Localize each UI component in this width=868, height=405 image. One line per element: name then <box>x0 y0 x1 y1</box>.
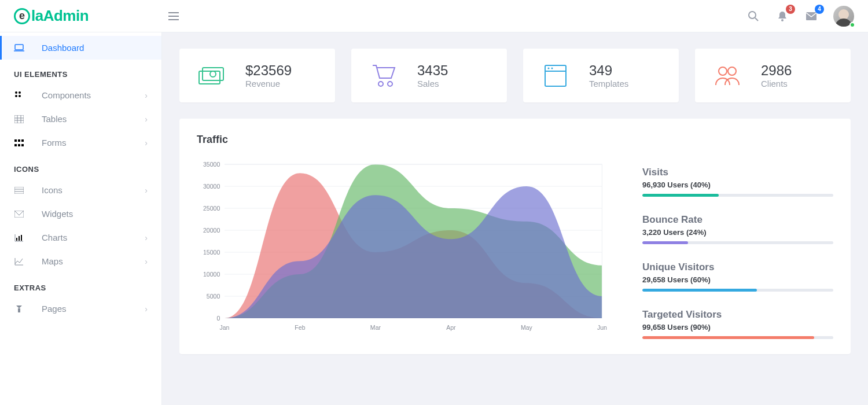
svg-point-7 <box>19 95 21 97</box>
notification-badge: 3 <box>786 5 795 14</box>
svg-rect-17 <box>16 238 17 241</box>
menu-toggle-icon[interactable] <box>162 5 185 28</box>
stat-card-templates: 349Templates <box>523 49 679 102</box>
revenue-icon <box>193 66 230 86</box>
progress-fill <box>642 194 719 197</box>
chevron-right-icon: › <box>145 257 148 266</box>
svg-point-0 <box>749 12 756 19</box>
icons-icon <box>14 187 24 194</box>
sidebar-item-label: Icons <box>42 185 127 195</box>
progress-track <box>642 289 833 292</box>
charts-icon <box>14 234 24 242</box>
svg-point-25 <box>388 82 392 86</box>
svg-rect-2 <box>806 12 816 20</box>
traffic-metrics: Visits96,930 Users (40%)Bounce Rate3,220… <box>642 159 833 339</box>
svg-point-23 <box>210 71 216 77</box>
svg-point-29 <box>719 67 727 75</box>
sidebar-item-label: Charts <box>42 233 127 242</box>
svg-rect-18 <box>19 236 20 241</box>
svg-rect-11 <box>21 139 24 142</box>
chevron-right-icon: › <box>145 233 148 242</box>
bell-icon[interactable]: 3 <box>775 9 789 23</box>
svg-point-24 <box>378 82 383 86</box>
svg-text:35000: 35000 <box>203 161 220 168</box>
svg-text:20000: 20000 <box>203 227 220 234</box>
progress-track <box>642 194 833 197</box>
stat-value: 349 <box>589 62 628 79</box>
metric-subtitle: 96,930 Users (40%) <box>642 181 833 189</box>
svg-rect-13 <box>18 144 20 146</box>
svg-point-30 <box>728 67 736 75</box>
svg-text:May: May <box>521 324 533 331</box>
metric-subtitle: 99,658 Users (90%) <box>642 323 833 332</box>
sidebar-section-header: EXTRAS <box>0 273 161 297</box>
svg-text:Jan: Jan <box>219 324 229 331</box>
svg-rect-14 <box>21 144 24 146</box>
svg-text:30000: 30000 <box>203 183 220 190</box>
metric-bounce-rate: Bounce Rate3,220 Users (24%) <box>642 214 833 244</box>
sidebar-item-maps[interactable]: Maps› <box>0 249 161 273</box>
metric-title: Visits <box>642 167 833 178</box>
metric-visits: Visits96,930 Users (40%) <box>642 167 833 197</box>
svg-text:10000: 10000 <box>203 271 220 278</box>
sidebar-item-components[interactable]: Components› <box>0 83 161 107</box>
sidebar-item-tables[interactable]: Tables› <box>0 107 161 131</box>
stat-label: Sales <box>417 79 448 89</box>
progress-fill <box>642 289 757 292</box>
sidebar-item-label: Forms <box>42 138 127 148</box>
svg-rect-10 <box>18 139 20 142</box>
sidebar-item-dashboard[interactable]: Dashboard <box>0 36 161 60</box>
sidebar-item-label: Maps <box>42 256 127 266</box>
logo-mark: e <box>14 8 30 24</box>
svg-point-6 <box>15 95 17 97</box>
sidebar-item-charts[interactable]: Charts› <box>0 226 161 249</box>
mail-badge: 4 <box>815 5 824 14</box>
sidebar-item-widgets[interactable]: Widgets <box>0 202 161 226</box>
stat-card-revenue: $23569Revenue <box>179 49 335 102</box>
metric-title: Targeted Visitors <box>642 309 833 321</box>
svg-text:15000: 15000 <box>203 249 220 256</box>
sidebar-item-label: Components <box>42 90 127 100</box>
stat-card-clients: 2986Clients <box>695 49 851 102</box>
progress-track <box>642 336 833 339</box>
svg-point-4 <box>15 91 17 94</box>
stat-value: 3435 <box>417 62 448 79</box>
sidebar-item-pages[interactable]: Pages› <box>0 297 161 321</box>
stat-label: Revenue <box>245 79 292 89</box>
svg-rect-8 <box>14 115 24 123</box>
svg-text:25000: 25000 <box>203 205 220 212</box>
svg-rect-19 <box>21 235 22 241</box>
svg-rect-12 <box>14 144 17 146</box>
panel-title: Traffic <box>197 134 833 146</box>
chevron-right-icon: › <box>145 138 148 148</box>
templates-icon <box>537 64 574 87</box>
mail-icon[interactable]: 4 <box>804 9 818 23</box>
chevron-right-icon: › <box>145 186 148 195</box>
chevron-right-icon: › <box>145 304 148 314</box>
progress-fill <box>642 336 814 339</box>
sidebar-item-label: Dashboard <box>42 43 148 53</box>
sidebar-item-icons[interactable]: Icons› <box>0 178 161 202</box>
svg-text:Feb: Feb <box>295 324 305 331</box>
presence-dot <box>849 22 855 28</box>
sidebar-section-header: UI ELEMENTS <box>0 60 161 83</box>
stat-card-sales: 3435Sales <box>351 49 507 102</box>
traffic-panel: Traffic 05000100001500020000250003000035… <box>179 119 851 354</box>
sidebar-item-label: Tables <box>42 114 127 124</box>
progress-track <box>642 241 833 244</box>
brand-logo[interactable]: e laAdmin <box>0 7 162 25</box>
svg-text:Apr: Apr <box>446 324 456 331</box>
stat-value: $23569 <box>245 62 292 79</box>
search-icon[interactable] <box>746 9 760 23</box>
svg-rect-20 <box>18 308 20 312</box>
progress-fill <box>642 241 688 244</box>
tables-icon <box>14 115 24 123</box>
metric-targeted-visitors: Targeted Visitors99,658 Users (90%) <box>642 309 833 339</box>
pages-icon <box>14 305 24 313</box>
metric-subtitle: 3,220 Users (24%) <box>642 228 833 237</box>
sidebar-item-forms[interactable]: Forms› <box>0 131 161 154</box>
svg-text:5000: 5000 <box>207 293 220 300</box>
laptop-icon <box>14 44 24 52</box>
sidebar-section-header: ICONS <box>0 154 161 178</box>
svg-text:0: 0 <box>216 315 220 322</box>
